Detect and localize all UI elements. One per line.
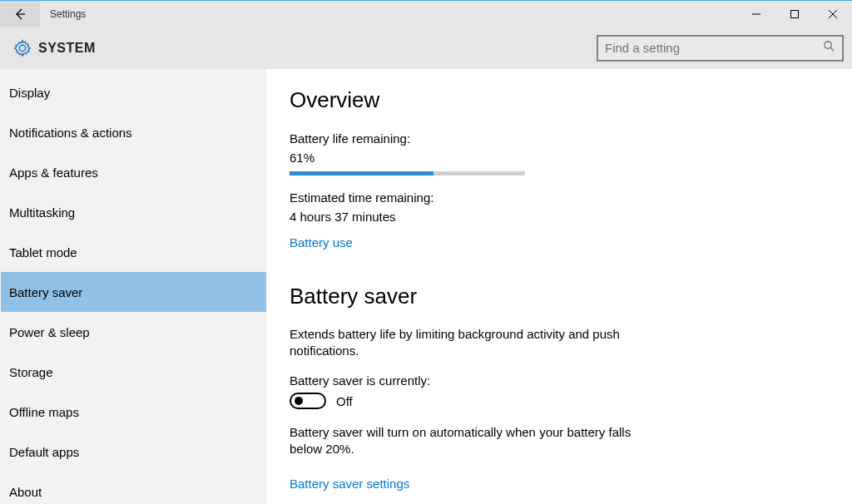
sidebar-item-label: Apps & features xyxy=(9,166,98,180)
header: SYSTEM xyxy=(0,27,852,69)
body: Display Notifications & actions Apps & f… xyxy=(0,69,852,504)
sidebar-item-label: Tablet mode xyxy=(9,245,77,259)
sidebar-item-offline-maps[interactable]: Offline maps xyxy=(1,392,266,432)
content: Overview Battery life remaining: 61% Est… xyxy=(266,69,852,504)
sidebar-item-label: Battery saver xyxy=(9,285,82,299)
sidebar-item-label: Power & sleep xyxy=(9,325,90,339)
search-icon xyxy=(823,40,835,56)
sidebar-item-notifications[interactable]: Notifications & actions xyxy=(1,112,266,152)
settings-gear-icon xyxy=(7,39,38,57)
minimize-button[interactable] xyxy=(737,1,775,27)
sidebar-item-default-apps[interactable]: Default apps xyxy=(1,432,266,472)
estimated-time-value: 4 hours 37 minutes xyxy=(290,210,852,224)
window-controls xyxy=(737,1,852,27)
search-box[interactable] xyxy=(597,35,844,62)
sidebar-item-label: Display xyxy=(9,86,50,100)
battery-saver-settings-link[interactable]: Battery saver settings xyxy=(290,477,409,491)
svg-line-6 xyxy=(830,47,834,51)
search-input[interactable] xyxy=(605,41,823,55)
sidebar-item-storage[interactable]: Storage xyxy=(1,352,266,392)
sidebar-item-apps-features[interactable]: Apps & features xyxy=(1,152,266,192)
battery-saver-status-label: Battery saver is currently: xyxy=(290,373,852,388)
sidebar-item-label: Default apps xyxy=(9,445,79,459)
minimize-icon xyxy=(752,10,760,18)
battery-progress-fill xyxy=(290,171,433,175)
sidebar-item-label: Storage xyxy=(9,365,53,379)
battery-use-link[interactable]: Battery use xyxy=(290,235,353,250)
sidebar: Display Notifications & actions Apps & f… xyxy=(0,69,266,504)
sidebar-item-label: Multitasking xyxy=(9,205,75,220)
titlebar-spacer xyxy=(86,1,737,27)
maximize-button[interactable] xyxy=(775,1,814,27)
maximize-icon xyxy=(790,10,799,18)
battery-progress-bar xyxy=(290,171,525,175)
close-icon xyxy=(829,10,837,18)
system-heading: SYSTEM xyxy=(38,41,96,56)
estimated-time-label: Estimated time remaining: xyxy=(290,190,852,205)
sidebar-item-multitasking[interactable]: Multitasking xyxy=(1,192,266,232)
battery-saver-toggle-row: Off xyxy=(290,393,852,409)
svg-point-5 xyxy=(825,42,831,48)
battery-saver-toggle-state: Off xyxy=(336,394,353,408)
titlebar: Settings xyxy=(0,0,852,27)
battery-saver-description: Extends battery life by limiting backgro… xyxy=(290,326,647,358)
back-arrow-icon xyxy=(13,7,27,21)
window-title: Settings xyxy=(40,1,86,27)
overview-heading: Overview xyxy=(290,87,852,113)
sidebar-item-power-sleep[interactable]: Power & sleep xyxy=(1,312,266,352)
sidebar-item-battery-saver[interactable]: Battery saver xyxy=(1,272,266,312)
battery-remaining-label: Battery life remaining: xyxy=(290,131,852,146)
sidebar-item-display[interactable]: Display xyxy=(1,72,266,112)
toggle-knob-icon xyxy=(295,397,303,405)
sidebar-item-about[interactable]: About xyxy=(1,472,266,504)
sidebar-item-label: Offline maps xyxy=(9,405,79,419)
battery-saver-heading: Battery saver xyxy=(290,284,852,309)
battery-saver-toggle[interactable] xyxy=(290,393,326,409)
back-button[interactable] xyxy=(0,1,40,27)
svg-rect-2 xyxy=(791,10,799,17)
battery-remaining-value: 61% xyxy=(290,151,852,165)
sidebar-item-tablet-mode[interactable]: Tablet mode xyxy=(1,232,266,272)
sidebar-item-label: About xyxy=(9,485,42,499)
sidebar-item-label: Notifications & actions xyxy=(9,126,132,140)
close-button[interactable] xyxy=(814,1,852,27)
battery-saver-auto-text: Battery saver will turn on automatically… xyxy=(290,424,647,457)
